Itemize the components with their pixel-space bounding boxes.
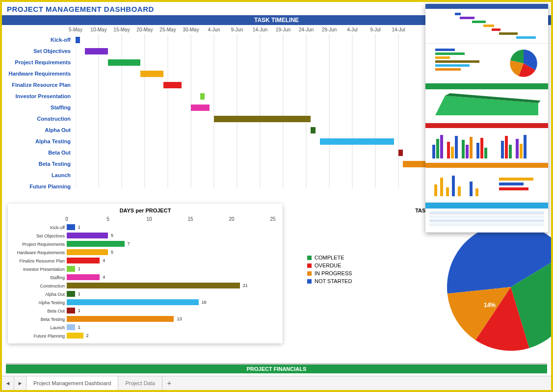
days-bar[interactable] <box>67 266 75 272</box>
svg-rect-37 <box>451 147 454 158</box>
gantt-bar[interactable] <box>191 105 210 111</box>
gantt-row-label: Future Planning <box>2 183 74 189</box>
svg-rect-32 <box>425 123 548 128</box>
svg-rect-57 <box>470 182 473 196</box>
svg-rect-15 <box>425 4 548 9</box>
days-bar[interactable] <box>67 233 108 238</box>
svg-rect-26 <box>435 60 479 63</box>
svg-rect-46 <box>505 136 508 158</box>
gantt-row-label: Hardware Requirements <box>2 71 74 77</box>
pie-label: 14% <box>445 321 456 328</box>
legend-label: OVERDUE <box>315 262 341 268</box>
days-bar[interactable] <box>67 224 75 230</box>
svg-rect-34 <box>436 139 439 158</box>
days-value: 1 <box>78 325 80 330</box>
svg-rect-43 <box>480 138 483 158</box>
gantt-bar[interactable] <box>214 116 311 122</box>
svg-rect-49 <box>520 144 523 158</box>
svg-rect-59 <box>499 178 533 181</box>
days-value: 4 <box>103 275 105 280</box>
days-value: 1 <box>78 225 80 230</box>
thumb-columns <box>425 123 548 163</box>
svg-rect-24 <box>435 52 465 55</box>
gantt-bar[interactable] <box>200 93 205 100</box>
days-bar[interactable] <box>67 258 100 263</box>
svg-rect-27 <box>435 64 470 67</box>
days-bar[interactable] <box>67 299 199 305</box>
days-bar[interactable] <box>67 324 75 330</box>
gantt-bar[interactable] <box>398 150 403 156</box>
days-row-label: Beta Out <box>8 309 65 314</box>
gantt-bar[interactable] <box>320 138 394 145</box>
tab-project-data[interactable]: Project Data <box>118 376 162 390</box>
gantt-bar[interactable] <box>163 82 182 88</box>
svg-rect-22 <box>516 36 536 39</box>
svg-rect-40 <box>466 145 469 158</box>
svg-rect-47 <box>509 145 512 158</box>
days-value: 1 <box>78 266 80 271</box>
svg-rect-42 <box>476 143 479 158</box>
gantt-bar[interactable] <box>140 71 163 77</box>
days-value: 5 <box>111 250 113 255</box>
days-value: 7 <box>128 241 130 246</box>
days-bar[interactable] <box>67 283 240 288</box>
svg-rect-66 <box>429 223 544 226</box>
gantt-row-label: Beta Testing <box>2 161 74 167</box>
days-bar[interactable] <box>67 291 75 297</box>
pie-label: 14% <box>484 302 496 309</box>
svg-rect-51 <box>425 163 548 168</box>
status-pie <box>447 223 553 351</box>
days-value: 16 <box>202 300 207 305</box>
project-financials-header: PROJECT FINANCIALS <box>6 363 547 373</box>
svg-rect-63 <box>429 211 544 214</box>
tab-add-button[interactable]: + <box>162 376 176 390</box>
days-row-label: Beta Testing <box>8 317 65 322</box>
svg-rect-18 <box>472 21 486 23</box>
svg-rect-48 <box>516 139 519 158</box>
gantt-row-label: Finalize Resource Plan <box>2 82 74 88</box>
svg-rect-16 <box>455 13 461 15</box>
gantt-row-label: Alpha Out <box>2 127 74 133</box>
days-row-label: Launch <box>8 325 65 330</box>
svg-rect-38 <box>455 136 458 158</box>
gantt-row-label: Investor Presentation <box>2 93 74 99</box>
gantt-row-label: Launch <box>2 172 74 178</box>
gantt-row-label: Kick-off <box>2 37 74 43</box>
gantt-bar[interactable] <box>85 48 108 54</box>
svg-rect-17 <box>460 17 474 19</box>
days-value: 21 <box>243 283 248 288</box>
days-bar[interactable] <box>67 241 125 247</box>
svg-rect-28 <box>435 68 461 71</box>
tab-project-management-dashboard[interactable]: Project Management Dashboard <box>26 376 118 390</box>
gantt-bar[interactable] <box>108 59 140 66</box>
days-bar[interactable] <box>67 274 100 280</box>
sheet-tab-bar: ◄ ► Project Management Dashboard Project… <box>2 376 551 390</box>
gantt-bar[interactable] <box>76 37 80 43</box>
days-row-label: Future Planning <box>8 334 65 339</box>
days-value: 2 <box>86 333 89 338</box>
days-bar[interactable] <box>67 249 108 255</box>
days-row-label: Set Objectives <box>8 234 65 238</box>
tab-nav-prev[interactable]: ◄ <box>2 376 14 390</box>
days-row-label: Alpha Out <box>8 292 65 297</box>
legend-label: IN PROGRESS <box>315 270 352 276</box>
days-bar[interactable] <box>67 308 75 314</box>
legend-swatch <box>307 263 312 268</box>
days-row-label: Hardware Requirements <box>8 250 65 255</box>
tab-nav-next[interactable]: ► <box>14 376 26 390</box>
svg-rect-56 <box>458 186 461 196</box>
svg-rect-39 <box>462 140 465 158</box>
days-row-label: Alpha Testing <box>8 300 65 305</box>
legend-label: COMPLETE <box>315 255 344 261</box>
svg-rect-19 <box>483 25 494 27</box>
days-bar[interactable] <box>67 316 174 322</box>
days-bar[interactable] <box>67 333 83 339</box>
svg-rect-44 <box>484 148 487 158</box>
svg-rect-25 <box>435 56 450 59</box>
gantt-bar[interactable] <box>311 127 315 133</box>
days-row-label: Project Requirements <box>8 242 65 247</box>
preview-thumbnail-strip <box>425 4 548 233</box>
days-value: 5 <box>111 233 113 238</box>
svg-rect-62 <box>425 203 548 209</box>
svg-rect-61 <box>499 187 528 190</box>
